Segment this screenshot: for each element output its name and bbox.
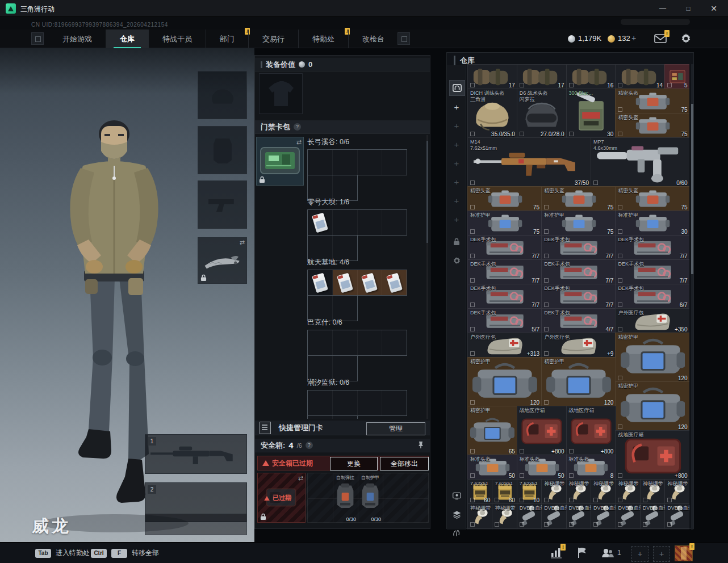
warehouse-item-46[interactable]: 神秘绷带 xyxy=(541,479,567,505)
stats-chart-icon[interactable]: ! xyxy=(550,547,563,560)
empty-consumable-slot[interactable]: + xyxy=(653,546,670,562)
keycard-slot[interactable] xyxy=(308,210,333,235)
warehouse-item-18[interactable]: DEK手术包7/7 xyxy=(467,235,542,261)
keycard-slot[interactable] xyxy=(308,175,333,200)
warehouse-item-36[interactable]: 精密护甲65 xyxy=(467,406,518,456)
tab-3[interactable]: 部门! xyxy=(206,30,248,48)
add-tab-icon[interactable]: + xyxy=(449,174,464,189)
keycard-slot[interactable] xyxy=(382,210,407,235)
add-tab-icon[interactable]: + xyxy=(449,118,464,133)
minimize-button[interactable]: — xyxy=(654,2,671,15)
keycard-slot[interactable] xyxy=(333,356,357,381)
warehouse-item-49[interactable]: 神秘绷带 xyxy=(615,479,641,505)
warehouse-item-37[interactable]: 战地医疗箱+800 xyxy=(517,406,567,456)
weapon-slot-3[interactable] xyxy=(145,514,247,535)
warehouse-item-10[interactable]: M147.62x51mm37/50 xyxy=(467,137,592,187)
warehouse-item-25[interactable]: DEK手术包7/7 xyxy=(541,284,616,309)
warehouse-item-34[interactable]: 精密护甲120 xyxy=(541,357,616,407)
keycard-pack-item[interactable]: ⇄ xyxy=(256,137,304,186)
warehouse-item-16[interactable]: 标准护甲75 xyxy=(541,211,616,236)
warehouse-item-24[interactable]: DEK手术包7/7 xyxy=(467,284,542,309)
keycard-item[interactable] xyxy=(386,272,403,293)
pistol-slot[interactable] xyxy=(198,180,247,229)
warehouse-item-15[interactable]: 标准护甲75 xyxy=(467,211,542,236)
warehouse-item-39[interactable]: 战地医疗箱+800 xyxy=(615,430,689,480)
keycard-slot[interactable] xyxy=(308,356,333,381)
keycard-slot[interactable] xyxy=(358,150,383,175)
keycard-slot[interactable] xyxy=(333,175,357,200)
add-tab-icon[interactable]: + xyxy=(449,99,464,114)
warehouse-item-54[interactable]: DVE止血剂 xyxy=(517,503,542,529)
warehouse-item-27[interactable]: DEK手术包5/7 xyxy=(467,308,542,334)
warehouse-item-22[interactable]: DEK手术包7/7 xyxy=(541,259,616,285)
keycard-slot[interactable] xyxy=(333,150,358,175)
helmet-slot[interactable] xyxy=(198,71,247,119)
keycard-slot[interactable] xyxy=(382,270,407,295)
keycard-item[interactable] xyxy=(312,272,328,293)
warehouse-item-8[interactable]: 精密头盔75 xyxy=(615,89,689,114)
keycard-slot[interactable] xyxy=(333,296,357,321)
keycard-slot[interactable] xyxy=(382,330,407,355)
warehouse-item-17[interactable]: 标准护甲30 xyxy=(615,211,689,236)
keycard-slot[interactable] xyxy=(308,236,333,261)
keycard-slot[interactable] xyxy=(308,330,333,355)
safebox-item-0[interactable]: 自制弹挂0/30 xyxy=(333,473,358,523)
keycard-slot[interactable] xyxy=(308,416,333,419)
warehouse-item-7[interactable]: 300 Blac...30 xyxy=(566,89,617,138)
manage-button[interactable]: 管理 xyxy=(366,422,425,435)
warehouse-item-9[interactable]: 精密头盔75 xyxy=(615,113,689,138)
hotkey-enter-agency[interactable]: Tab 进入特勤处 xyxy=(35,548,90,558)
tab-5[interactable]: 特勤处! xyxy=(298,30,348,48)
warehouse-item-59[interactable]: DVE止血剂 xyxy=(640,503,666,529)
warehouse-item-28[interactable]: DEK手术包4/7 xyxy=(541,308,616,334)
nav-left-square-button[interactable] xyxy=(31,32,44,45)
replace-button[interactable]: 更换 xyxy=(330,457,378,470)
warehouse-item-1[interactable]: 17 xyxy=(517,64,567,90)
weapon-slot-1[interactable]: 1 xyxy=(145,434,247,474)
display-icon[interactable] xyxy=(449,488,464,503)
keycard-slot[interactable] xyxy=(358,330,383,355)
keycard-slot[interactable] xyxy=(308,150,333,175)
mail-icon[interactable]: ! xyxy=(654,34,667,43)
melee-slot[interactable]: ⇄ xyxy=(198,237,247,284)
warehouse-item-14[interactable]: 精密头盔75 xyxy=(615,186,689,212)
keycard-slot[interactable] xyxy=(333,390,358,415)
warehouse-item-6[interactable]: D6 战术头盔闪萝拉27.0/28.0 xyxy=(517,89,567,138)
warehouse-item-53[interactable]: 神秘绷带 xyxy=(492,503,517,529)
tab-0[interactable]: 开始游戏 xyxy=(49,30,106,48)
warehouse-item-0[interactable]: 17 xyxy=(467,64,518,90)
warehouse-item-31[interactable]: 户外医疗包+9 xyxy=(541,333,616,358)
warehouse-item-52[interactable]: 神秘绷带 xyxy=(467,503,493,529)
warehouse-item-2[interactable]: 16 xyxy=(566,64,617,90)
maximize-button[interactable]: □ xyxy=(680,2,697,15)
keycard-slot[interactable] xyxy=(358,210,383,235)
safebox-item-1[interactable]: 自制护甲0/30 xyxy=(358,473,383,523)
warehouse-item-43[interactable]: 7.62x5160 xyxy=(467,479,493,505)
help-icon[interactable]: ? xyxy=(294,123,301,131)
settings-gear-icon[interactable] xyxy=(680,33,692,44)
keycard-item[interactable] xyxy=(362,272,378,293)
keycard-slot[interactable] xyxy=(308,270,333,295)
expired-safebox-item[interactable]: ⇄ 已过期 xyxy=(257,473,306,523)
keycard-item[interactable] xyxy=(312,212,328,233)
claw-icon[interactable] xyxy=(449,526,464,540)
warehouse-item-19[interactable]: DEK手术包7/7 xyxy=(541,235,616,261)
keycard-slot[interactable] xyxy=(308,390,333,415)
add-tab-icon[interactable]: + xyxy=(449,137,464,152)
warehouse-item-3[interactable]: 14 xyxy=(615,64,666,90)
warehouse-scrollbar-thumb[interactable] xyxy=(691,104,693,274)
remove-all-button[interactable]: 全部移出 xyxy=(380,457,429,470)
warehouse-item-23[interactable]: DEK手术包7/7 xyxy=(615,259,689,285)
warehouse-item-4[interactable]: 5 xyxy=(664,64,689,90)
armor-slot[interactable] xyxy=(198,126,247,174)
close-button[interactable]: ✕ xyxy=(705,2,722,15)
warehouse-item-58[interactable]: DVE止血剂 xyxy=(615,503,641,529)
pin-icon[interactable] xyxy=(417,441,424,449)
keycard-slot[interactable] xyxy=(333,270,358,295)
warehouse-item-55[interactable]: DVE止血剂 xyxy=(541,503,567,529)
warehouse-item-45[interactable]: 7.62x5110 xyxy=(517,479,542,505)
warehouse-item-40[interactable]: 标准头盔50 xyxy=(467,455,518,480)
warehouse-item-51[interactable]: 神秘绷带 xyxy=(664,479,689,505)
layers-icon[interactable] xyxy=(449,507,464,522)
warehouse-item-11[interactable]: MP74.6x30mm0/60 xyxy=(591,137,689,187)
